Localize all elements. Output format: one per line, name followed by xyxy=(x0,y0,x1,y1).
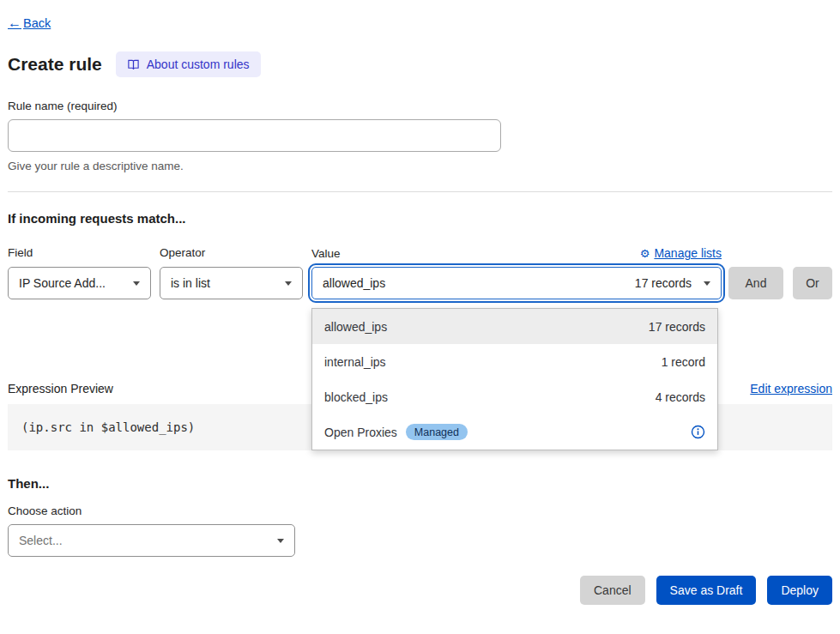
list-option-name: allowed_ips xyxy=(324,320,387,334)
field-select-value: IP Source Add... xyxy=(19,276,106,290)
then-heading: Then... xyxy=(8,476,832,491)
title-row: Create rule About custom rules xyxy=(8,51,832,77)
manage-lists-link[interactable]: ⚙ Manage lists xyxy=(640,246,722,260)
about-custom-rules-label: About custom rules xyxy=(147,57,250,71)
action-select[interactable]: Select... xyxy=(8,524,295,557)
value-select-right: 17 records xyxy=(635,276,710,290)
list-option-internal-ips[interactable]: internal_ips 1 record xyxy=(312,344,717,379)
field-label: Field xyxy=(8,246,151,260)
list-option-meta: 17 records xyxy=(649,320,705,334)
cancel-button[interactable]: Cancel xyxy=(580,576,645,605)
list-option-name: internal_ips xyxy=(324,355,386,369)
choose-action-label: Choose action xyxy=(8,504,832,517)
match-controls-row: IP Source Add... is in list allowed_ips … xyxy=(8,267,832,299)
operator-label: Operator xyxy=(160,246,303,260)
list-option-meta: 4 records xyxy=(656,390,705,404)
back-link[interactable]: ←Back xyxy=(8,15,51,31)
chevron-down-icon xyxy=(285,281,292,286)
gear-icon: ⚙ xyxy=(640,247,650,260)
value-label: Value xyxy=(311,247,341,260)
chevron-down-icon xyxy=(704,281,710,286)
or-button[interactable]: Or xyxy=(793,267,832,299)
operator-select[interactable]: is in list xyxy=(160,267,303,299)
value-label-row: Value ⚙ Manage lists xyxy=(311,246,722,260)
expression-preview-label: Expression Preview xyxy=(8,382,113,395)
operator-select-value: is in list xyxy=(171,276,210,290)
chevron-down-icon xyxy=(133,281,140,286)
list-option-meta: 1 record xyxy=(662,355,705,369)
managed-badge: Managed xyxy=(406,424,468,440)
manage-lists-label: Manage lists xyxy=(654,246,722,260)
edit-expression-link[interactable]: Edit expression xyxy=(750,382,832,395)
match-section-heading: If incoming requests match... xyxy=(8,211,832,226)
list-dropdown: allowed_ips 17 records internal_ips 1 re… xyxy=(311,308,718,450)
create-rule-page: ←Back Create rule About custom rules Rul… xyxy=(0,0,840,605)
list-option-open-proxies[interactable]: Open Proxies Managed xyxy=(312,414,717,450)
list-option-allowed-ips[interactable]: allowed_ips 17 records xyxy=(312,309,717,344)
chevron-down-icon xyxy=(277,539,284,543)
list-option-name: Open Proxies xyxy=(324,426,397,439)
info-icon[interactable] xyxy=(691,425,705,439)
back-arrow-icon: ← xyxy=(8,15,21,31)
list-option-name: blocked_ips xyxy=(324,390,388,404)
list-option-blocked-ips[interactable]: blocked_ips 4 records xyxy=(312,379,717,414)
rule-name-input[interactable] xyxy=(8,119,501,152)
deploy-button[interactable]: Deploy xyxy=(767,576,832,605)
save-as-draft-button[interactable]: Save as Draft xyxy=(656,576,757,605)
value-select-meta: 17 records xyxy=(635,276,692,290)
match-labels-row: Field Operator Value ⚙ Manage lists xyxy=(8,246,832,260)
list-option-left: Open Proxies Managed xyxy=(324,424,468,440)
back-label: Back xyxy=(23,16,51,30)
action-select-placeholder: Select... xyxy=(19,534,63,547)
book-icon xyxy=(127,58,140,71)
value-select-value: allowed_ips xyxy=(323,276,385,290)
section-divider xyxy=(8,191,832,192)
page-title: Create rule xyxy=(8,54,102,75)
rule-name-helper: Give your rule a descriptive name. xyxy=(8,160,832,172)
value-select[interactable]: allowed_ips 17 records xyxy=(311,267,722,299)
about-custom-rules-link[interactable]: About custom rules xyxy=(116,51,261,77)
field-select[interactable]: IP Source Add... xyxy=(8,267,151,299)
footer-actions: Cancel Save as Draft Deploy xyxy=(8,576,832,605)
and-button[interactable]: And xyxy=(728,267,783,299)
rule-name-label: Rule name (required) xyxy=(8,100,832,112)
value-select-wrap: allowed_ips 17 records allowed_ips 17 re… xyxy=(311,267,722,299)
